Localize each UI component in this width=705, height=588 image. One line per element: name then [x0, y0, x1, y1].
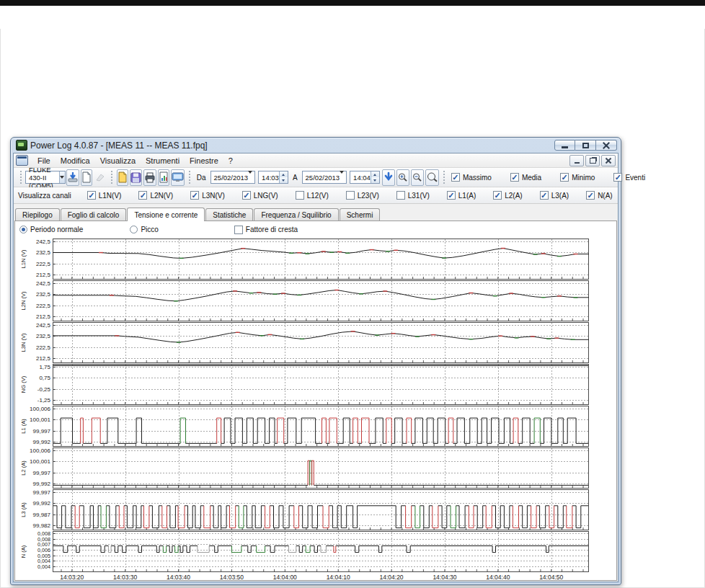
y-tick-label: 100,006: [30, 447, 50, 453]
channel-l3nv[interactable]: ✓L3N(V): [190, 191, 225, 200]
tab-statistiche[interactable]: Statistiche: [205, 208, 253, 221]
document-icon[interactable]: [16, 155, 28, 166]
options-row: Periodo normale Picco Fattore di cresta: [15, 221, 616, 236]
tab-frequenza-squilibrio[interactable]: Frequenza / Squilibrio: [254, 208, 338, 221]
download-from-device-button[interactable]: [66, 169, 79, 186]
page-top-rule: [0, 0, 705, 6]
to-date-picker[interactable]: 25/02/2013: [302, 171, 347, 184]
spinner-arrows-icon[interactable]: [371, 172, 379, 183]
app-icon: [16, 140, 27, 151]
channel-bar: Visualizza canali ✓L1N(V)✓L2N(V)✓L3N(V)✓…: [14, 187, 618, 204]
menu-bar: FileModificaVisualizzaStrumentiFinestre?: [14, 153, 618, 168]
tab-schermi[interactable]: Schermi: [340, 208, 381, 221]
apply-range-button[interactable]: [382, 169, 395, 186]
from-date-picker[interactable]: 25/02/2013: [210, 171, 256, 184]
channel-l2nv[interactable]: ✓L2N(V): [138, 191, 173, 200]
channels-label: Visualizza canali: [18, 192, 71, 200]
channel-l2a[interactable]: ✓L2(A): [493, 191, 522, 200]
save-button[interactable]: [130, 169, 142, 186]
mdi-restore-button[interactable]: [585, 155, 600, 166]
time-tick-label: 14:04:20: [380, 574, 404, 581]
plot-area[interactable]: [53, 280, 589, 321]
mdi-close-button[interactable]: [601, 155, 616, 166]
blue-down-arrow-icon: [383, 172, 394, 183]
channel-label: L23(V): [358, 192, 379, 200]
device-select[interactable]: FLUKE 430-II (COM5): [25, 171, 66, 184]
to-time-spinner[interactable]: 14:04: [350, 171, 380, 184]
channel-l23v[interactable]: L23(V): [346, 191, 379, 200]
from-time-spinner[interactable]: 14:03: [258, 171, 288, 184]
toggle-media[interactable]: ✓Media: [510, 173, 541, 182]
plot-area[interactable]: [53, 322, 589, 363]
settings-disabled-icon: [94, 172, 106, 183]
checkbox-checked-icon: ✓: [451, 173, 460, 182]
new-measure-button[interactable]: [81, 169, 92, 186]
plot-area[interactable]: [53, 531, 589, 572]
plot-area[interactable]: [53, 239, 589, 280]
plot-area[interactable]: [53, 489, 589, 530]
y-axis-ticks: 0,0080,0080,0070,0060,0050,0040,004: [27, 531, 52, 572]
tab-strip: RiepilogoFoglio di calcoloTensione e cor…: [14, 204, 618, 220]
menu-item-file[interactable]: File: [32, 155, 56, 166]
toggle-eventi[interactable]: ✓Eventi: [613, 173, 645, 182]
title-bar[interactable]: Power Log 4.0.87 - [MEAS 11 -- MEAS 11.f…: [13, 138, 618, 153]
close-button[interactable]: [596, 140, 617, 151]
zoom-reset-button[interactable]: [425, 169, 439, 186]
tab-foglio-di-calcolo[interactable]: Foglio di calcolo: [61, 208, 127, 221]
from-date-value: 25/02/2013: [214, 174, 249, 182]
tab-tensione-e-corrente[interactable]: Tensione e corrente: [127, 208, 205, 221]
menu-item-strumenti[interactable]: Strumenti: [141, 155, 185, 166]
y-tick-label: 242,5: [36, 321, 50, 328]
spinner-arrows-icon[interactable]: [279, 172, 288, 183]
menu-item-visualizza[interactable]: Visualizza: [95, 155, 141, 166]
time-tick-label: 14:04:10: [327, 574, 350, 581]
checkbox-checked-icon: ✓: [560, 173, 569, 182]
menu-item-finestre[interactable]: Finestre: [185, 155, 223, 166]
maximize-button[interactable]: [575, 140, 596, 151]
zoom-in-button[interactable]: [396, 169, 409, 186]
toggle-massimo[interactable]: ✓Massimo: [451, 173, 492, 182]
channel-l1a[interactable]: ✓L1(A): [447, 191, 476, 200]
toggle-minimo[interactable]: ✓Minimo: [560, 173, 595, 182]
download-from-device-icon: [67, 172, 79, 183]
y-axis-title: L2 (A): [18, 447, 27, 489]
print-button[interactable]: [143, 169, 156, 186]
channel-label: LNG(V): [254, 192, 278, 200]
settings-disabled-button: [94, 169, 107, 186]
checkbox-checked-icon: ✓: [447, 191, 456, 200]
menu-item-?[interactable]: ?: [223, 155, 238, 166]
y-axis-ticks: 242,5232,5222,5212,5: [27, 239, 52, 280]
channel-label: N(A): [598, 192, 613, 200]
radio-on-icon: [19, 226, 27, 233]
channel-lngv[interactable]: ✓LNG(V): [242, 191, 278, 200]
minimize-button[interactable]: [554, 140, 575, 151]
to-date-value: 25/02/2013: [306, 174, 340, 182]
checkbox-checked-icon: ✓: [190, 191, 199, 200]
plot-area[interactable]: [53, 364, 589, 405]
channel-l1nv[interactable]: ✓L1N(V): [87, 191, 122, 200]
channel-l31v[interactable]: L31(V): [396, 191, 430, 200]
checkbox-fattore-di-cresta[interactable]: Fattore di cresta: [234, 226, 298, 234]
channel-l12v[interactable]: L12(V): [296, 191, 329, 200]
screen-capture-icon: [172, 172, 184, 183]
radio-picco[interactable]: Picco: [130, 226, 158, 233]
mdi-minimize-button[interactable]: [569, 155, 584, 166]
y-tick-label: 222,5: [36, 260, 50, 267]
to-label: A: [293, 174, 298, 182]
radio-periodo-normale[interactable]: Periodo normale: [19, 226, 83, 233]
tab-riepilogo[interactable]: Riepilogo: [15, 208, 60, 221]
radio-off-icon: [130, 226, 138, 233]
channel-l3a[interactable]: ✓L3(A): [540, 191, 569, 200]
toggle-label: Massimo: [463, 174, 492, 182]
checkbox-empty-icon: [234, 226, 243, 234]
plot-area[interactable]: [53, 447, 589, 489]
zoom-full-icon: [426, 172, 438, 183]
channel-na[interactable]: ✓N(A): [586, 191, 613, 200]
zoom-out-button[interactable]: [411, 169, 424, 186]
report-button[interactable]: [158, 169, 169, 186]
menu-item-modifica[interactable]: Modifica: [56, 155, 95, 166]
open-file-button[interactable]: [117, 169, 128, 186]
plot-area[interactable]: [53, 406, 589, 447]
chart-panel-l3a: L3 (A)99,99799,99299,98799,982: [18, 489, 616, 530]
screen-capture-button[interactable]: [171, 169, 185, 186]
